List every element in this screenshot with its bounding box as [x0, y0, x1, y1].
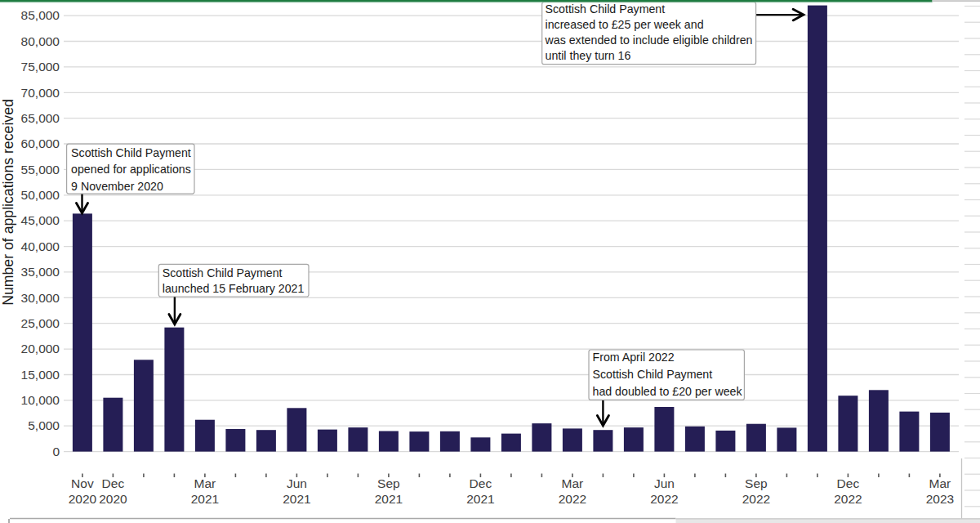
svg-text:70,000: 70,000	[21, 86, 60, 100]
svg-text:Scottish Child Payment: Scottish Child Payment	[163, 266, 283, 279]
svg-text:65,000: 65,000	[21, 111, 60, 125]
svg-text:2021: 2021	[375, 492, 403, 506]
svg-text:5,000: 5,000	[28, 418, 60, 432]
svg-text:2021: 2021	[191, 492, 219, 506]
svg-text:15,000: 15,000	[21, 368, 60, 382]
svg-text:60,000: 60,000	[21, 136, 60, 150]
svg-text:had doubled to £20 per week: had doubled to £20 per week	[593, 385, 743, 398]
svg-text:2021: 2021	[283, 492, 310, 506]
svg-text:Scottish Child Payment: Scottish Child Payment	[593, 368, 713, 381]
svg-text:9 November 2020: 9 November 2020	[71, 180, 163, 193]
svg-text:Sep: Sep	[377, 476, 400, 490]
svg-text:30,000: 30,000	[21, 291, 60, 305]
svg-text:75,000: 75,000	[21, 60, 60, 74]
svg-text:was extended to include eligib: was extended to include eligible childre…	[545, 34, 753, 47]
svg-text:Mar: Mar	[929, 476, 951, 490]
svg-text:80,000: 80,000	[21, 34, 60, 48]
svg-text:Mar: Mar	[194, 476, 216, 490]
svg-text:From April 2022: From April 2022	[593, 351, 675, 364]
svg-text:Mar: Mar	[562, 476, 584, 490]
svg-text:45,000: 45,000	[21, 213, 60, 227]
svg-text:Dec: Dec	[102, 476, 125, 490]
svg-text:0: 0	[52, 445, 60, 458]
svg-text:Scottish Child Payment: Scottish Child Payment	[71, 146, 191, 159]
svg-text:Scottish Child Payment: Scottish Child Payment	[546, 2, 666, 16]
svg-text:50,000: 50,000	[21, 188, 60, 202]
svg-text:Dec: Dec	[470, 476, 492, 490]
svg-text:20,000: 20,000	[21, 342, 60, 355]
svg-text:increased to £25 per week and: increased to £25 per week and	[546, 18, 704, 31]
svg-text:2023: 2023	[926, 492, 954, 506]
svg-text:2020: 2020	[69, 492, 97, 506]
svg-text:Jun: Jun	[654, 476, 675, 490]
svg-text:55,000: 55,000	[21, 163, 60, 177]
svg-text:2022: 2022	[559, 492, 586, 506]
svg-text:Sep: Sep	[745, 476, 768, 490]
svg-text:2021: 2021	[466, 492, 494, 506]
svg-text:2022: 2022	[742, 492, 770, 506]
svg-text:Number of applications receive: Number of applications received	[0, 99, 16, 306]
svg-text:2022: 2022	[650, 492, 678, 506]
svg-text:2022: 2022	[834, 492, 862, 506]
svg-text:Nov: Nov	[71, 476, 94, 490]
svg-text:10,000: 10,000	[21, 393, 60, 407]
svg-text:Jun: Jun	[287, 476, 307, 490]
svg-text:2020: 2020	[99, 492, 127, 506]
svg-text:40,000: 40,000	[21, 239, 60, 253]
svg-text:until they turn 16: until they turn 16	[546, 49, 631, 62]
svg-text:opened for applications: opened for applications	[71, 163, 191, 176]
svg-text:Dec: Dec	[837, 476, 860, 490]
svg-text:launched 15 February 2021: launched 15 February 2021	[163, 282, 305, 295]
svg-text:85,000: 85,000	[21, 8, 60, 22]
svg-text:25,000: 25,000	[21, 316, 60, 330]
svg-text:35,000: 35,000	[21, 265, 60, 279]
